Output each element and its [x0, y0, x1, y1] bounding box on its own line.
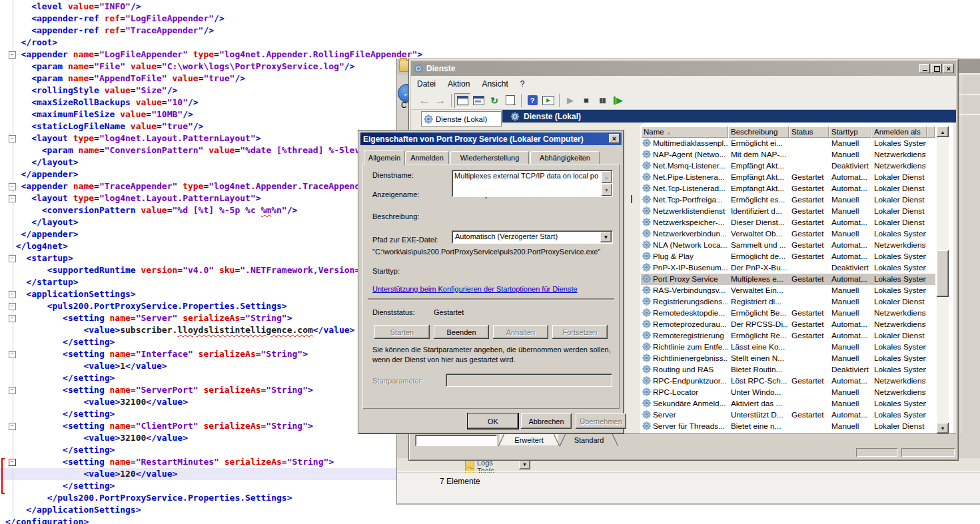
dialog-titlebar[interactable]: Eigenschaften von Port Proxy Service (Lo…	[360, 132, 622, 145]
service-row[interactable]: RPC-Endpunktzuor...Löst RPC-Sch...Gestar…	[641, 376, 935, 387]
cell: NLA (Network Loca...	[653, 240, 728, 250]
service-row[interactable]: Richtlinie zum Entfe...Lässt eine Ko...M…	[641, 342, 935, 353]
scroll-down-icon[interactable]: ▼	[937, 423, 949, 433]
beenden-button[interactable]: Beenden	[434, 325, 489, 339]
service-row[interactable]: Netzwerkspeicher-...Dieser Dienst...Gest…	[641, 217, 935, 228]
abbrechen-button[interactable]: Abbrechen	[521, 413, 572, 429]
service-row[interactable]: Net.Msmq-Listener...Empfängt Akt...Deakt…	[641, 160, 935, 172]
startoptions-link[interactable]: Unterstützung beim Konfigurieren der Sta…	[372, 285, 578, 293]
service-row[interactable]: Registrierungsdiens...Registriert di...M…	[641, 296, 935, 308]
service-row[interactable]: Netzwerkverbindun...Verwaltet Ob...Gesta…	[641, 228, 935, 240]
service-row[interactable]: Server für Threads...Bietet eine n...Man…	[641, 421, 935, 432]
service-row[interactable]: RPC-LocatorUnter Windo...ManuellNetzwerk…	[641, 387, 935, 398]
ok-button[interactable]: OK	[468, 413, 518, 429]
dienststatus-value: Gestartet	[434, 308, 464, 316]
fold-toggle-icon[interactable]: −	[9, 291, 16, 298]
menu-item-aktion[interactable]: Aktion	[442, 79, 476, 89]
maximize-button[interactable]	[931, 64, 942, 73]
toolbar-separator	[451, 94, 452, 107]
fold-toggle-icon[interactable]: −	[9, 255, 16, 262]
fold-toggle-icon[interactable]: −	[9, 303, 16, 310]
service-row[interactable]: Plug & PlayErmöglicht de...GestartetAuto…	[641, 251, 935, 262]
service-row[interactable]: Port Proxy ServiceMultiplexes e...Gestar…	[641, 274, 935, 285]
tab-allgemein[interactable]: Allgemein	[364, 150, 405, 165]
code-line: <level value="INFO"/>	[0, 1, 980, 13]
splitter-handle[interactable]	[631, 195, 632, 203]
services-titlebar[interactable]: Dienste ×	[411, 61, 956, 76]
fold-toggle-icon[interactable]: −	[9, 459, 16, 466]
cell: Server für Threads...	[653, 421, 728, 431]
fold-toggle-icon[interactable]: −	[9, 135, 16, 142]
fold-toggle-icon[interactable]: −	[9, 195, 16, 202]
starten-button[interactable]: Starten	[374, 325, 430, 339]
column-header-starttyp[interactable]: Starttyp	[829, 127, 871, 138]
column-header-anmeldenals[interactable]: Anmelden als	[871, 127, 927, 138]
fortsetzen-button[interactable]: Fortsetzen	[552, 325, 608, 339]
service-row[interactable]: Net.Tcp-Portfreiga...Ermöglicht es...Ges…	[641, 194, 935, 206]
service-row[interactable]: Net.Pipe-Listenera...Empfängt Akt...Gest…	[641, 172, 935, 183]
back-icon[interactable]: ←	[416, 93, 432, 108]
column-header-name[interactable]: Name ▲	[641, 127, 728, 138]
scrollbar-thumb[interactable]	[937, 250, 949, 297]
service-row[interactable]: NetzwerklistendienstIdentifiziert d...Ge…	[641, 206, 935, 217]
beschreibung-field[interactable]: Multiplexes external TCP/IP data on loca…	[452, 170, 613, 197]
service-row[interactable]: Net.Tcp-Listenerad...Empfängt Akt...Gest…	[641, 183, 935, 194]
scroll-up-icon[interactable]: ▲	[602, 171, 612, 183]
column-header-beschreibung[interactable]: Beschreibung	[728, 127, 789, 138]
fold-toggle-icon[interactable]: −	[9, 387, 16, 394]
beschreibung-label: Beschreibung:	[372, 212, 419, 220]
service-row[interactable]: Remoteprozedurau...Der RPCSS-Di...Gestar…	[641, 319, 935, 330]
service-row[interactable]: Multimediaklassenpl...Ermöglicht ei...Ma…	[641, 138, 935, 149]
export-list-icon[interactable]	[502, 93, 518, 108]
service-row[interactable]: Remotedesktopdie...Ermöglicht Be...Gesta…	[641, 308, 935, 319]
fold-toggle-icon[interactable]: −	[9, 183, 16, 190]
service-row[interactable]: Routing und RASBietet Routin...Deaktivie…	[641, 364, 935, 376]
service-row[interactable]: NLA (Network Loca...Sammelt und ...Gesta…	[641, 240, 935, 251]
restart-service-icon[interactable]: ▶	[610, 93, 626, 108]
tab-abhngigkeiten[interactable]: Abhängigkeiten	[530, 151, 600, 164]
menu-item-ansicht[interactable]: Ansicht	[476, 79, 514, 89]
stop-service-icon[interactable]: ■	[578, 93, 594, 108]
service-row[interactable]: Richtlinienergebniss...Stellt einen N...…	[641, 353, 935, 364]
tab-anmelden[interactable]: Anmelden	[405, 151, 449, 164]
fold-toggle-icon[interactable]: −	[9, 315, 16, 322]
service-row[interactable]: Sekundäre Anmeld...Aktiviert das ...Manu…	[641, 398, 935, 409]
toolbar-separator	[559, 94, 560, 107]
properties-icon[interactable]	[470, 93, 486, 108]
menu-item-[interactable]: ?	[514, 79, 531, 89]
close-icon[interactable]: ×	[609, 134, 620, 143]
show-console-tree-icon[interactable]	[454, 93, 470, 108]
service-row[interactable]: ServerUnterstützt D...GestartetAutomat..…	[641, 409, 935, 421]
start-service-icon[interactable]: ▶	[562, 93, 578, 108]
vertical-scrollbar[interactable]: ▲ ▼	[937, 127, 949, 433]
scope-tree-item[interactable]: Dienste (Lokal)	[421, 111, 502, 127]
scroll-up-icon[interactable]: ▲	[937, 127, 949, 137]
pause-service-icon[interactable]: ▮▮	[594, 93, 610, 108]
menu-item-datei[interactable]: Datei	[411, 79, 442, 89]
close-button[interactable]: ×	[943, 64, 954, 73]
column-header-status[interactable]: Status	[789, 127, 829, 138]
forward-icon[interactable]: →	[432, 93, 448, 108]
scroll-down-icon[interactable]: ▼	[602, 184, 612, 196]
minimize-button[interactable]	[919, 64, 930, 73]
service-row[interactable]: RAS-Verbindungsv...Verwaltet Ein...Manue…	[641, 285, 935, 296]
service-row[interactable]: PnP-X-IP-Busenum...Der PnP-X-Bu...Deakti…	[641, 262, 935, 274]
chevron-down-icon[interactable]: ▼	[600, 232, 612, 242]
uebernehmen-button[interactable]: Übernehmen	[576, 413, 626, 429]
service-row[interactable]: NAP-Agent (Netwo...Mit dem NAP-...Manuel…	[641, 149, 935, 160]
extended-view-icon[interactable]: ▶	[540, 93, 556, 108]
fold-toggle-icon[interactable]: −	[9, 351, 16, 358]
help-icon[interactable]: ?	[524, 93, 540, 108]
starttyp-combobox[interactable]: Automatisch (Verzögerter Start) ▼	[452, 230, 613, 244]
service-row[interactable]: RemoteregistrierungErmöglicht Re...Gesta…	[641, 330, 935, 342]
view-tab-standard[interactable]: Standard	[561, 434, 617, 445]
tab-wiederherstellung[interactable]: Wiederherstellung	[450, 151, 529, 164]
column-header-stub[interactable]	[927, 127, 935, 138]
anhalten-button[interactable]: Anhalten	[493, 325, 548, 339]
fold-toggle-icon[interactable]: −	[9, 51, 16, 59]
startparameter-input[interactable]	[446, 374, 612, 387]
refresh-icon[interactable]: ↻	[486, 93, 502, 108]
view-tab-erweitert[interactable]: Erweitert	[500, 434, 558, 445]
dropdown-button[interactable]: ▼	[519, 459, 530, 469]
fold-toggle-icon[interactable]: −	[9, 423, 16, 430]
